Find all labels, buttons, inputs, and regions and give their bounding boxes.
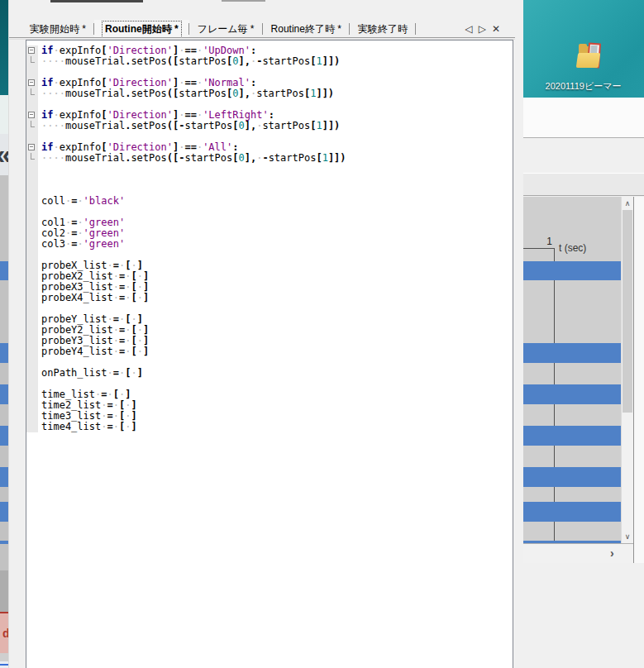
- routine-component-bar-fragment: [0, 343, 8, 363]
- code-area: if·expInfo['Direction']·==·'UpDown':····…: [26, 45, 513, 432]
- tab-label: Routine終了時 *: [271, 22, 341, 36]
- tab-bar-tabs: 実験開始時 *Routine開始時 *フレーム毎 *Routine終了時 *実験…: [21, 20, 416, 38]
- fold-margin[interactable]: [26, 368, 38, 379]
- fold-margin[interactable]: [26, 196, 38, 207]
- fold-margin[interactable]: [26, 228, 38, 239]
- red-component-fragment: d: [0, 612, 8, 655]
- routine-component-bar-fragment: [0, 541, 8, 544]
- tab-scroll-right-icon[interactable]: ▷: [479, 22, 486, 36]
- builder-window-band: [522, 139, 644, 173]
- routine-component-bar-fragment: [0, 261, 8, 280]
- left-background-strip: « d: [0, 0, 8, 668]
- fold-margin[interactable]: [26, 293, 38, 303]
- routine-component-bar-fragment: [0, 467, 8, 487]
- code-text: ····mouseTrial.setPos([startPos[0],·-sta…: [38, 56, 340, 67]
- fold-margin[interactable]: [26, 379, 38, 389]
- code-text: probeY4_list·=·[·]: [38, 346, 149, 357]
- fold-collapse-icon[interactable]: [28, 144, 35, 150]
- builder-window-band: [522, 563, 644, 668]
- fold-margin[interactable]: [26, 45, 38, 56]
- fold-margin[interactable]: [26, 217, 38, 228]
- left-window-fragment: [0, 664, 8, 666]
- fold-margin[interactable]: [26, 271, 38, 282]
- tab-routine-start[interactable]: Routine開始時 *: [94, 20, 189, 38]
- code-line: time4_list·=·[·]: [26, 422, 513, 432]
- fold-margin[interactable]: [26, 121, 38, 131]
- fold-collapse-icon[interactable]: [28, 112, 35, 118]
- fold-margin[interactable]: [26, 357, 38, 368]
- fold-margin[interactable]: [26, 389, 38, 400]
- routine-timeline-canvas: 1 t (sec) ∧ ∨: [522, 197, 644, 543]
- routine-component-bar-fragment: [0, 426, 8, 446]
- tab-each-frame[interactable]: フレーム毎 *: [189, 20, 263, 38]
- fold-margin[interactable]: [26, 336, 38, 346]
- vertical-scrollbar[interactable]: ∧ ∨: [621, 197, 633, 543]
- tab-close-icon[interactable]: ✕: [492, 22, 500, 36]
- fold-margin[interactable]: [26, 88, 38, 99]
- fold-margin[interactable]: [26, 422, 38, 432]
- code-line: [26, 164, 513, 174]
- code-text: probeX4_list·=·[·]: [38, 293, 149, 303]
- fold-end-marker: [31, 88, 35, 95]
- fold-margin[interactable]: [26, 174, 38, 185]
- time-axis-tick-label: 1: [541, 236, 552, 247]
- code-text: ····mouseTrial.setPos([-startPos[0],·-st…: [38, 153, 346, 164]
- code-line: coll·=·'black': [26, 196, 513, 207]
- fold-end-marker: [31, 153, 35, 160]
- code-text: col3·=·'green': [38, 239, 125, 250]
- clipped-control-fragment: [50, 0, 143, 2]
- fold-margin[interactable]: [26, 314, 38, 325]
- tab-routine-end[interactable]: Routine終了時 *: [263, 20, 350, 38]
- fold-collapse-icon[interactable]: [28, 79, 35, 86]
- code-line: probeY4_list·=·[·]: [26, 346, 513, 357]
- fold-margin[interactable]: [26, 164, 38, 174]
- fold-margin[interactable]: [26, 131, 38, 142]
- folder-icon[interactable]: [576, 41, 606, 79]
- routine-component-bar: [522, 426, 621, 446]
- folder-label[interactable]: 20201119ビーマー: [531, 80, 636, 93]
- fold-margin[interactable]: [26, 250, 38, 260]
- fold-margin[interactable]: [26, 67, 38, 78]
- fold-margin[interactable]: [26, 99, 38, 110]
- tab-scroll-left-icon[interactable]: ◁: [465, 22, 472, 36]
- fold-margin[interactable]: [26, 411, 38, 422]
- scroll-down-icon[interactable]: ∨: [622, 531, 633, 542]
- code-text: [38, 174, 41, 185]
- horizontal-scrollbar[interactable]: ›: [522, 543, 634, 563]
- fold-margin[interactable]: [26, 282, 38, 293]
- code-editor[interactable]: if·expInfo['Direction']·==·'UpDown':····…: [26, 40, 513, 668]
- fold-margin[interactable]: [26, 78, 38, 88]
- fold-margin[interactable]: [26, 239, 38, 250]
- fold-margin[interactable]: [26, 142, 38, 153]
- fold-margin[interactable]: [26, 260, 38, 271]
- chevron-left-icon: «: [0, 134, 8, 175]
- clipped-control-fragment: [222, 0, 265, 2]
- fold-margin[interactable]: [26, 303, 38, 314]
- routine-component-bar: [522, 384, 621, 404]
- builder-panel-edge: [522, 173, 644, 196]
- fold-margin[interactable]: [26, 207, 38, 217]
- fold-margin[interactable]: [26, 400, 38, 411]
- right-background-panel: 20201119ビーマー 1 t (sec) ∧ ∨ ›: [522, 0, 644, 668]
- code-text: time4_list·=·[·]: [38, 422, 137, 432]
- fold-margin[interactable]: [26, 346, 38, 357]
- fold-collapse-icon[interactable]: [28, 47, 35, 54]
- time-axis-line: [522, 248, 554, 249]
- scroll-up-icon[interactable]: ∧: [622, 198, 633, 209]
- fold-margin[interactable]: [26, 56, 38, 67]
- scroll-right-icon[interactable]: ›: [610, 546, 614, 560]
- code-text: [38, 164, 41, 174]
- tab-label: フレーム毎 *: [198, 22, 255, 36]
- tab-nav-buttons: ◁ ▷ ✕: [465, 22, 500, 36]
- fold-margin[interactable]: [26, 185, 38, 196]
- fold-margin[interactable]: [26, 325, 38, 336]
- code-text: coll·=·'black': [38, 196, 125, 207]
- vertical-scrollbar-thumb[interactable]: [623, 210, 632, 413]
- fold-margin[interactable]: [26, 110, 38, 121]
- tab-bar: 実験開始時 *Routine開始時 *フレーム毎 *Routine終了時 *実験…: [9, 20, 515, 38]
- tab-exp-start[interactable]: 実験開始時 *: [21, 20, 94, 38]
- code-line: ····mouseTrial.setPos([startPos[0],·-sta…: [26, 56, 513, 67]
- tab-exp-end[interactable]: 実験終了時: [350, 20, 416, 38]
- fold-margin[interactable]: [26, 153, 38, 164]
- folder-front-shape: [576, 53, 601, 68]
